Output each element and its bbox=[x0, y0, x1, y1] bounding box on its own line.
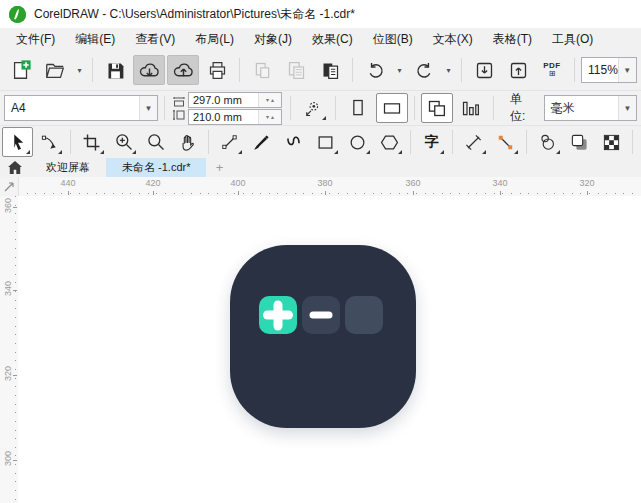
text-tool-glyph: 字 bbox=[425, 133, 439, 151]
undo-dropdown-caret[interactable]: ▾ bbox=[393, 56, 406, 84]
menu-view[interactable]: 查看(V) bbox=[125, 28, 185, 51]
units-combobox[interactable]: 毫米 ▼ bbox=[544, 95, 637, 121]
undo-button[interactable] bbox=[359, 55, 391, 85]
toolbox-separator bbox=[526, 130, 527, 154]
pick-tool[interactable] bbox=[2, 127, 33, 157]
zoom-tool[interactable] bbox=[140, 127, 171, 157]
menu-tools[interactable]: 工具(O) bbox=[542, 28, 603, 51]
pick-cursor-icon bbox=[9, 133, 27, 151]
toolbar-separator bbox=[574, 58, 575, 82]
page-width-field[interactable]: 297.0 mm ▾▴ bbox=[188, 92, 282, 108]
import-button[interactable] bbox=[468, 55, 500, 85]
shape-tool[interactable] bbox=[34, 127, 65, 157]
cloud-download-button[interactable] bbox=[133, 55, 165, 85]
ruler-label: 440 bbox=[60, 178, 75, 188]
app-icon-artwork[interactable] bbox=[230, 245, 416, 428]
hand-icon bbox=[178, 133, 197, 152]
rectangle-tool[interactable] bbox=[310, 127, 341, 157]
artistic-media-tool[interactable] bbox=[246, 127, 277, 157]
tab-welcome-screen[interactable]: 欢迎屏幕 bbox=[30, 158, 106, 177]
page-height-field[interactable]: 210.0 mm ▾▴ bbox=[188, 109, 282, 125]
page-height-value: 210.0 mm bbox=[189, 111, 258, 123]
ruler-major-tick bbox=[153, 191, 154, 195]
connector-icon bbox=[496, 133, 515, 152]
blend-tool[interactable] bbox=[532, 127, 563, 157]
page-size-combobox[interactable]: A4 ▼ bbox=[4, 95, 158, 121]
freehand-tool[interactable] bbox=[214, 127, 245, 157]
home-icon bbox=[8, 161, 22, 174]
pan-tool[interactable] bbox=[172, 127, 203, 157]
redo-button[interactable] bbox=[408, 55, 440, 85]
portrait-icon bbox=[348, 98, 368, 118]
cloud-upload-button[interactable] bbox=[167, 55, 199, 85]
horizontal-ruler[interactable]: 440 420 400 380 360 340 320 bbox=[0, 177, 641, 197]
crop-tool[interactable] bbox=[76, 127, 107, 157]
cut-button-disabled[interactable] bbox=[246, 55, 278, 85]
polygon-tool[interactable] bbox=[374, 127, 405, 157]
ruler-major-tick bbox=[13, 207, 17, 208]
page-width-spinner[interactable]: ▾▴ bbox=[258, 93, 281, 107]
ellipse-tool[interactable] bbox=[342, 127, 373, 157]
drop-shadow-tool[interactable] bbox=[564, 127, 595, 157]
menu-edit[interactable]: 编辑(E) bbox=[65, 28, 125, 51]
home-tab-button[interactable] bbox=[0, 158, 30, 177]
drawing-canvas[interactable] bbox=[18, 196, 641, 503]
dimension-icons bbox=[173, 97, 185, 120]
export-button[interactable] bbox=[502, 55, 534, 85]
print-button[interactable] bbox=[201, 55, 233, 85]
artwork-minus-button[interactable] bbox=[302, 296, 340, 334]
menu-effects[interactable]: 效果(C) bbox=[302, 28, 363, 51]
zoom-level-combobox[interactable]: 115% ▼ bbox=[581, 57, 637, 83]
ruler-label: 320 bbox=[579, 178, 594, 188]
tab-document-active[interactable]: 未命名 -1.cdr* bbox=[106, 158, 206, 177]
cloud-download-icon bbox=[138, 59, 161, 82]
zoom-dropdown-caret[interactable]: ▼ bbox=[618, 58, 636, 82]
window-title: CorelDRAW - C:\Users\Administrator\Pictu… bbox=[34, 6, 355, 23]
menu-layout[interactable]: 布局(L) bbox=[185, 28, 244, 51]
artwork-plus-button[interactable] bbox=[259, 296, 297, 334]
vertical-ruler[interactable]: 360 340 320 300 bbox=[0, 196, 19, 503]
nudge-offset-button[interactable] bbox=[297, 93, 329, 123]
zoom-in-tool[interactable] bbox=[108, 127, 139, 157]
text-tool[interactable]: 字 bbox=[416, 127, 447, 157]
transparency-tool[interactable] bbox=[596, 127, 627, 157]
menu-file[interactable]: 文件(F) bbox=[6, 28, 65, 51]
ruler-major-tick bbox=[68, 191, 69, 195]
portrait-orientation-button[interactable] bbox=[342, 93, 374, 123]
page-height-spinner[interactable]: ▾▴ bbox=[258, 110, 281, 124]
open-folder-icon bbox=[44, 59, 66, 81]
propbar-separator bbox=[164, 96, 165, 120]
save-button[interactable] bbox=[99, 55, 131, 85]
units-caret[interactable]: ▼ bbox=[618, 96, 636, 120]
page-size-caret[interactable]: ▼ bbox=[139, 96, 157, 120]
menu-object[interactable]: 对象(J) bbox=[244, 28, 302, 51]
redo-dropdown-caret[interactable]: ▾ bbox=[442, 56, 455, 84]
coreldraw-logo-glyph bbox=[9, 6, 26, 23]
ruler-label: 420 bbox=[145, 178, 160, 188]
export-icon bbox=[508, 60, 529, 81]
open-dropdown-caret[interactable]: ▾ bbox=[73, 56, 86, 84]
coreldraw-window: { "window": { "title": "CorelDRAW - C:\\… bbox=[0, 0, 641, 503]
artwork-empty-button[interactable] bbox=[345, 296, 383, 334]
b-spline-tool[interactable] bbox=[278, 127, 309, 157]
menu-text[interactable]: 文本(X) bbox=[423, 28, 483, 51]
publish-pdf-button[interactable]: PDF ⊞ bbox=[536, 55, 568, 85]
paste-button[interactable] bbox=[314, 55, 346, 85]
propbar-separator bbox=[414, 96, 415, 120]
toolbar-separator bbox=[239, 58, 240, 82]
landscape-orientation-button[interactable] bbox=[376, 93, 408, 123]
ruler-label: 300 bbox=[3, 452, 13, 466]
all-pages-layout-button[interactable] bbox=[421, 93, 453, 123]
menu-table[interactable]: 表格(T) bbox=[483, 28, 542, 51]
current-page-layout-button[interactable] bbox=[455, 93, 487, 123]
ruler-origin-corner[interactable] bbox=[0, 177, 19, 196]
vertical-ruler-ticks bbox=[15, 196, 16, 503]
copy-button-disabled[interactable] bbox=[280, 55, 312, 85]
document-tab-bar: 欢迎屏幕 未命名 -1.cdr* + bbox=[0, 158, 641, 179]
open-document-button[interactable] bbox=[39, 55, 71, 85]
new-document-button[interactable] bbox=[5, 55, 37, 85]
connector-tool[interactable] bbox=[490, 127, 521, 157]
menu-bitmaps[interactable]: 位图(B) bbox=[363, 28, 423, 51]
new-tab-button[interactable]: + bbox=[206, 158, 232, 177]
dimension-tool[interactable] bbox=[458, 127, 489, 157]
